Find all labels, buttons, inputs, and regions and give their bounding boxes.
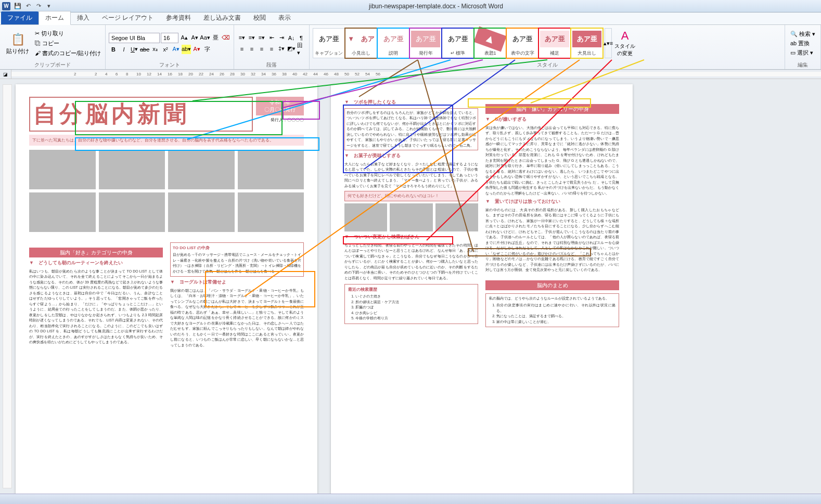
grow-font-button[interactable]: A▴ (179, 33, 189, 43)
group-editing: 🔍検索▾ ab置換 ▭選択▾ 編集 (785, 25, 821, 69)
enclose-char-button[interactable]: 字 (202, 45, 212, 54)
horizontal-ruler[interactable]: 2246810121416182022242628303234363840424… (11, 72, 821, 76)
undo-icon[interactable]: ↶ (24, 2, 32, 10)
ribbon: 📋 貼り付け ✂切り取り ⿻コピー 🖌書式のコピー/貼り付け クリップボード A… (0, 25, 821, 70)
brush-icon: 🖌 (35, 50, 41, 56)
tab-file[interactable]: ファイル (1, 11, 39, 24)
clear-format-button[interactable]: ⌫ (221, 33, 230, 43)
style-item-大見出し[interactable]: あア亜大見出し (571, 28, 603, 58)
editing-group-label: 編集 (788, 60, 817, 69)
highlight-button[interactable]: ab▾ (182, 45, 191, 54)
format-painter-button[interactable]: 🖌書式のコピー/貼り付け (34, 49, 102, 58)
style-label: 大見出し (578, 50, 596, 57)
style-item-↵ 標準[interactable]: あア亜↵ 標準 (442, 28, 474, 58)
shading-button[interactable]: ◩▾ (287, 44, 296, 54)
redo-icon[interactable]: ↷ (34, 2, 43, 10)
styles-more-button[interactable]: ▴▾≡ (605, 28, 612, 58)
phonetic-button[interactable]: 亜 (211, 33, 220, 43)
borders-button[interactable]: 田▾ (297, 44, 306, 54)
style-preview: あア亜 (411, 31, 440, 47)
ruler-toggle[interactable]: ◪ (0, 70, 11, 79)
style-item-発行年[interactable]: あア亜発行年 (409, 28, 442, 58)
change-styles-button[interactable]: A スタイルの変更 (613, 29, 636, 57)
underline-button[interactable]: U▾ (130, 45, 139, 54)
style-item-表中の文字[interactable]: あア亜表中の文字 (506, 28, 538, 58)
change-case-button[interactable]: Aa▾ (200, 33, 210, 43)
style-preview: あア亜 (443, 31, 472, 47)
para-group-label: 段落 (237, 60, 306, 69)
styles-group-label: スタイル (313, 60, 781, 69)
style-item-補足[interactable]: あア亜補足 (538, 28, 571, 58)
style-item-説明[interactable]: あア亜説明 (377, 28, 409, 58)
style-label: 表題1 (484, 50, 496, 57)
tab-home[interactable]: ホーム (39, 11, 71, 25)
paste-icon: 📋 (10, 32, 25, 47)
indent-inc-button[interactable]: ⇥ (277, 33, 286, 43)
line-spacing-button[interactable]: ‡▾ (277, 44, 286, 54)
style-preview: あア亜 (540, 31, 569, 47)
strike-button[interactable]: abe (140, 45, 149, 54)
sort-button[interactable]: A↓ (287, 33, 296, 43)
font-name-select[interactable] (109, 33, 160, 43)
multilevel-button[interactable]: ≡▾ (257, 33, 266, 43)
group-font: A▴ A▾ Aa▾ 亜 ⌫ B I U▾ abe x₂ x² A▾ ab▾ A▾… (106, 25, 234, 69)
group-clipboard: 📋 貼り付け ✂切り取り ⿻コピー 🖌書式のコピー/貼り付け クリップボード (0, 25, 106, 69)
select-button[interactable]: ▭選択▾ (788, 48, 817, 57)
style-item-小見出し[interactable]: ▼ あア小見出し (345, 28, 377, 58)
tab-mailings[interactable]: 差し込み文書 (197, 11, 247, 24)
style-preview: あア亜 (379, 31, 408, 47)
cut-button[interactable]: ✂切り取り (34, 29, 102, 38)
style-item-キャプション[interactable]: あア亜キャプション (313, 28, 345, 58)
cut-icon: ✂ (35, 30, 40, 37)
style-label: ↵ 標準 (451, 50, 466, 57)
numbering-button[interactable]: ≡▾ (247, 33, 256, 43)
styles-gallery: あア亜キャプション▼ あア小見出しあア亜説明あア亜発行年あア亜↵ 標準▲表題1あ… (313, 28, 603, 58)
indent-dec-button[interactable]: ⇤ (267, 33, 276, 43)
quick-access-toolbar: 💾 ↶ ↷ ▾ (14, 2, 53, 10)
font-size-select[interactable] (161, 33, 178, 43)
find-button[interactable]: 🔍検索▾ (788, 30, 817, 38)
style-label: 補足 (550, 50, 559, 57)
copy-icon: ⿻ (35, 40, 41, 46)
align-center-button[interactable]: ≡ (247, 44, 256, 54)
align-right-button[interactable]: ≡ (257, 44, 266, 54)
paste-label: 貼り付け (6, 47, 29, 55)
style-label: 小見出し (352, 50, 370, 57)
subscript-button[interactable]: x₂ (150, 45, 160, 54)
tab-view[interactable]: 表示 (272, 11, 297, 24)
titlebar: W 💾 ↶ ↷ ▾ jibun-newspaper-template.docx … (0, 0, 821, 12)
word-icon: W (2, 2, 10, 10)
group-paragraph: ≡▾ ≡▾ ≡▾ ⇤ ⇥ A↓ ¶ ≡ ≡ ≡ ≡ ‡▾ ◩▾ 田▾ (234, 25, 310, 69)
bullets-button[interactable]: ≡▾ (237, 33, 247, 43)
italic-button[interactable]: I (119, 45, 129, 54)
style-preview: あア亜 (314, 31, 343, 47)
tab-references[interactable]: 参考資料 (160, 11, 197, 24)
justify-button[interactable]: ≡ (267, 44, 276, 54)
find-icon: 🔍 (790, 31, 798, 37)
window-title: jibun-newspaper-template.docx - Microsof… (53, 3, 819, 10)
font-group-label: フォント (109, 60, 230, 69)
style-label: 説明 (389, 50, 398, 57)
group-styles: あア亜キャプション▼ あア小見出しあア亜説明あア亜発行年あア亜↵ 標準▲表題1あ… (310, 25, 785, 69)
shrink-font-button[interactable]: A▾ (190, 33, 199, 43)
style-preview: あア亜 (572, 31, 601, 47)
style-item-表題1[interactable]: ▲表題1 (474, 28, 506, 58)
paste-button[interactable]: 📋 貼り付け (3, 31, 32, 56)
replace-button[interactable]: ab置換 (788, 39, 817, 48)
tab-insert[interactable]: 挿入 (71, 11, 96, 24)
style-preview: あア亜 (508, 31, 537, 47)
text-effects-button[interactable]: A▾ (171, 45, 181, 54)
bold-button[interactable]: B (109, 45, 118, 54)
superscript-button[interactable]: x² (161, 45, 170, 54)
style-preview: ▲ (473, 26, 507, 51)
tab-layout[interactable]: ページ レイアウト (96, 11, 160, 24)
qat-more-icon[interactable]: ▾ (45, 2, 53, 10)
align-left-button[interactable]: ≡ (237, 44, 247, 54)
tab-review[interactable]: 校閲 (247, 11, 272, 24)
select-icon: ▭ (790, 49, 796, 56)
style-preview: ▼ あア (347, 31, 376, 47)
copy-button[interactable]: ⿻コピー (34, 39, 102, 48)
style-label: キャプション (315, 50, 343, 57)
save-icon[interactable]: 💾 (14, 2, 22, 10)
font-color-button[interactable]: A▾ (192, 45, 201, 54)
